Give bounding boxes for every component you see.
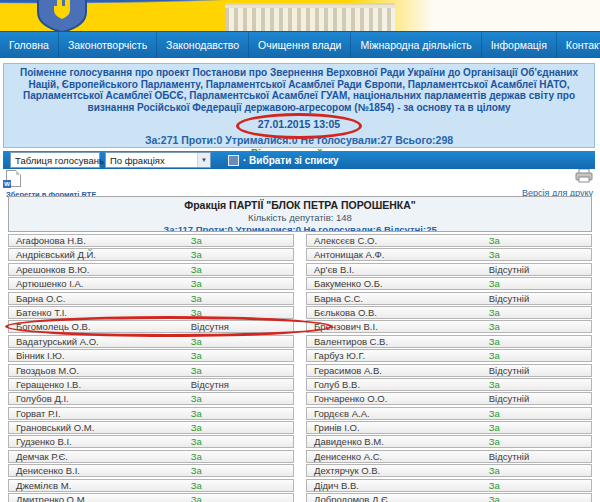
vote-datetime: 27.01.2015 13:05 <box>254 118 344 130</box>
deputy-name: Ар'єв В.І. <box>314 264 354 275</box>
vote-value: За <box>191 365 202 376</box>
fraction-select-value: По фракціях <box>106 155 169 166</box>
table-row: Добродомов Д.Є.За <box>306 493 592 502</box>
table-row: Ар'єв В.І.Відсутній <box>306 263 592 276</box>
vote-value: За <box>489 307 500 318</box>
table-row: Вінник І.Ю.За <box>8 349 294 362</box>
deputy-name: Батенко Т.І. <box>16 307 67 318</box>
deputy-name: Гвоздьов М.О. <box>16 365 79 376</box>
vote-value: За <box>191 436 202 447</box>
deputy-name: Джемілєв М. <box>16 480 71 491</box>
table-row: Голубов Д.І.За <box>8 392 294 405</box>
deputy-name: Гордєєв А.А. <box>314 408 370 419</box>
table-row: Гвоздьов М.О.За <box>8 364 294 377</box>
table-row: Вадатурський А.О.За <box>8 335 294 348</box>
vote-value: Відсутній <box>489 293 530 304</box>
deputy-name: Алексєєв С.О. <box>314 235 377 246</box>
table-row: Барна О.С.За <box>8 292 294 305</box>
deputy-name: Барна О.С. <box>16 293 66 304</box>
deputy-name: Давиденко В.М. <box>314 436 384 447</box>
table-row: Дмитренко О.М.За <box>8 493 294 502</box>
deputy-name: Гончаренко О.О. <box>314 393 387 404</box>
vote-value: За <box>489 249 500 260</box>
deputy-name: Вінник І.Ю. <box>16 350 65 361</box>
table-row: Давиденко В.М.За <box>306 435 592 448</box>
nav-item[interactable]: Міжнародна діяльність <box>351 32 481 58</box>
deputy-name: Гарбуз Ю.Г. <box>314 350 365 361</box>
table-row: Бєлькова О.В.За <box>306 306 592 319</box>
vote-value: Відсутній <box>489 264 530 275</box>
vote-value: Відсутня <box>191 321 229 332</box>
table-row: Артюшенко І.А.За <box>8 277 294 290</box>
parliament-building-image <box>225 3 395 31</box>
vote-description: Поіменне голосування про проект Постанов… <box>12 67 586 113</box>
vote-value: За <box>489 321 500 332</box>
table-row: Бакуменко О.Б.За <box>306 277 592 290</box>
deputy-name: Грановський О.М. <box>16 422 94 433</box>
print-version-link[interactable]: Версія для друку <box>522 169 593 198</box>
site-banner <box>0 0 600 31</box>
vote-value: За <box>191 249 202 260</box>
nav-item[interactable]: Головна <box>0 32 59 58</box>
table-row: Голуб В.В.За <box>306 378 592 391</box>
vote-summary-panel: Поіменне голосування про проект Постанов… <box>3 63 595 148</box>
table-row: Андрієвський Д.Й.За <box>8 248 294 261</box>
nav-item[interactable]: Контакти <box>557 32 600 58</box>
vote-value: Відсутня <box>191 379 229 390</box>
vote-value: За <box>191 264 202 275</box>
table-type-select[interactable]: Таблиця голосувань ▼ <box>10 152 100 168</box>
table-row: Грановський О.М.За <box>8 421 294 434</box>
nav-item[interactable]: Очищення влади <box>249 32 351 58</box>
nav-item[interactable]: Законодавство <box>157 32 249 58</box>
vote-value: За <box>489 494 500 502</box>
deputy-name: Демчак Р.Є. <box>16 451 68 462</box>
nav-item[interactable]: Інформація <box>482 32 557 58</box>
deputy-name: Бакуменко О.Б. <box>314 278 383 289</box>
table-row: Батенко Т.І.За <box>8 306 294 319</box>
word-doc-badge-icon: W <box>3 180 11 188</box>
fraction-deputies-count: Кількість депутатів: 148 <box>9 212 591 223</box>
vote-value: За <box>489 408 500 419</box>
vote-value: За <box>191 494 202 502</box>
nav-item[interactable]: Законотворчість <box>59 32 157 58</box>
deputy-name: Денисенко А.С. <box>314 451 382 462</box>
deputy-name: Горват Р.І. <box>16 408 61 419</box>
deputy-name: Валентиров С.В. <box>314 336 388 347</box>
deputy-name: Артюшенко І.А. <box>16 278 83 289</box>
deputy-name: Бєлькова О.В. <box>314 307 377 318</box>
fraction-select[interactable]: По фракціях ▼ <box>105 152 211 168</box>
vote-value: За <box>191 408 202 419</box>
vote-value: За <box>489 422 500 433</box>
vote-value: За <box>489 350 500 361</box>
deputy-name: Герасимов А.В. <box>314 365 382 376</box>
vote-value: За <box>191 307 202 318</box>
deputy-name: Богомолець О.В. <box>16 321 91 332</box>
vote-value: За <box>489 336 500 347</box>
deputy-name: Добродомов Д.Є. <box>314 494 391 502</box>
table-row: Гордєєв А.А.За <box>306 407 592 420</box>
save-rtf-link[interactable]: W Зберегти в форматі RTF <box>6 170 96 199</box>
utility-row: W Зберегти в форматі RTF Версія для друк… <box>3 169 595 196</box>
vote-value: За <box>191 293 202 304</box>
table-row: Гринів І.О.За <box>306 421 592 434</box>
vote-value: За <box>489 379 500 390</box>
main-navigation: ГоловнаЗаконотворчістьЗаконодавствоОчище… <box>0 31 600 58</box>
table-row: Горват Р.І.За <box>8 407 294 420</box>
deputy-name: Дехтярчук О.В. <box>314 465 380 476</box>
vote-value: За <box>191 465 202 476</box>
table-row: Агафонова Н.В.За <box>8 234 294 247</box>
table-row: Валентиров С.В.За <box>306 335 592 348</box>
vote-value: Відсутній <box>489 451 530 462</box>
select-from-list-checkbox[interactable] <box>228 155 239 166</box>
table-row: Богомолець О.В.Відсутня <box>8 320 294 333</box>
vote-table-left-column: Агафонова Н.В.ЗаАндрієвський Д.Й.ЗаАрешо… <box>8 234 294 502</box>
select-from-list-label: · Вибрати зі списку <box>243 155 339 166</box>
fraction-title: Фракція ПАРТІЇ "БЛОК ПЕТРА ПОРОШЕНКА" <box>9 199 591 211</box>
vote-datetime-text: 27.01.2015 13:05 <box>258 118 340 130</box>
table-row: Дідич В.В.За <box>306 479 592 492</box>
vote-value: За <box>489 436 500 447</box>
vote-value: За <box>191 336 202 347</box>
deputy-name: Дідич В.В. <box>314 480 359 491</box>
deputy-name: Голуб В.В. <box>314 379 360 390</box>
vote-value: За <box>191 278 202 289</box>
